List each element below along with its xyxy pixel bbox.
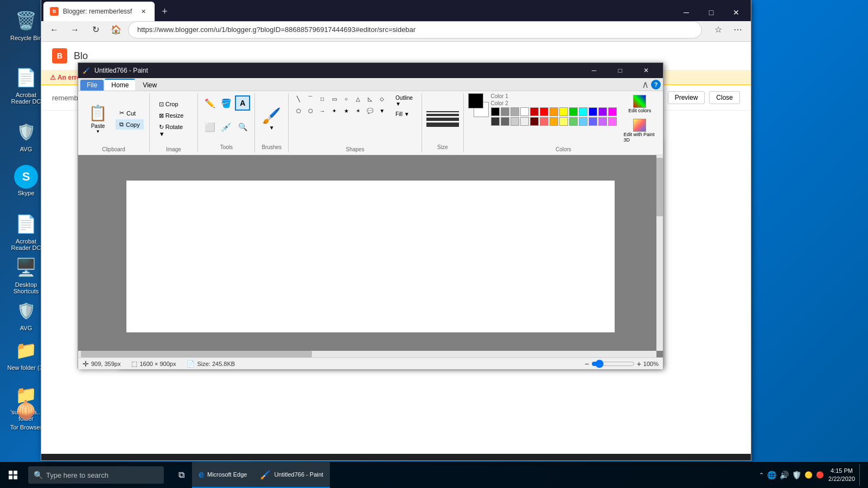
swatch-amber[interactable] [550, 117, 558, 126]
shape-star5[interactable]: ★ [341, 105, 352, 116]
swatch-lightblue[interactable] [579, 117, 588, 126]
new-tab-button[interactable]: + [155, 2, 174, 21]
swatch-black[interactable] [491, 107, 500, 116]
paint-vscrollbar[interactable] [656, 155, 663, 351]
shape-hexa[interactable]: ⬡ [305, 105, 316, 116]
swatch-orange[interactable] [550, 107, 558, 116]
tray-network-icon[interactable]: 🌐 [767, 471, 776, 479]
swatch-pink[interactable] [540, 117, 548, 126]
swatch-gray1[interactable] [501, 107, 509, 116]
help-btn[interactable]: ? [651, 80, 661, 89]
brushes-btn[interactable]: 🖌️ ▼ [262, 107, 281, 131]
blogger-tab-close[interactable]: ✕ [138, 7, 148, 16]
shape-right-tri[interactable]: ◺ [365, 93, 375, 104]
outline-btn[interactable]: Outline ▼ [392, 93, 417, 108]
color1-swatch[interactable] [468, 93, 483, 108]
swatch-red[interactable] [540, 107, 548, 116]
taskbar-app-paint[interactable]: 🖌️ Untitled766 - Paint [253, 462, 330, 488]
paint-minimize-btn[interactable]: ─ [582, 62, 607, 79]
swatch-darkgray[interactable] [491, 117, 500, 126]
home-button-bg[interactable]: 🏠 [107, 21, 125, 38]
more-button-bg[interactable]: ⋯ [729, 21, 746, 38]
swatch-nearwhite[interactable] [520, 117, 529, 126]
fill-shapes-btn[interactable]: Fill ▼ [392, 110, 417, 119]
size-1[interactable] [426, 111, 459, 112]
view-tab[interactable]: View [136, 80, 163, 91]
resize-btn[interactable]: ⊠ Resize [154, 111, 194, 121]
ribbon-collapse-btn[interactable]: ∧ [642, 79, 649, 91]
eraser-btn[interactable]: ⬜ [202, 119, 218, 134]
shape-more[interactable]: ▼ [376, 105, 387, 116]
colorpick-btn[interactable]: 💉 [219, 119, 234, 134]
paint-close-btn[interactable]: ✕ [634, 62, 659, 79]
swatch-gray2[interactable] [510, 107, 519, 116]
swatch-lightgray[interactable] [510, 117, 519, 126]
shape-diamond[interactable]: ◇ [376, 93, 387, 104]
size-selector[interactable] [426, 111, 459, 127]
tray-volume-icon[interactable]: 🔊 [780, 471, 789, 479]
swatch-midgray[interactable] [501, 117, 509, 126]
taskbar-search-box[interactable]: 🔍 [28, 466, 164, 484]
swatch-lightgreen[interactable] [569, 117, 578, 126]
rotate-btn[interactable]: ↻ Rotate ▼ [154, 122, 194, 139]
shape-rounded-rect[interactable]: ▭ [329, 93, 340, 104]
size-2[interactable] [426, 114, 459, 116]
paste-btn[interactable]: 📋 Paste ▼ [82, 93, 113, 144]
close-button-browser-bg[interactable]: ✕ [724, 4, 749, 21]
paint-hscroll-thumb[interactable] [81, 351, 312, 357]
zoom-out-btn[interactable]: − [584, 359, 589, 368]
taskbar-app-edge[interactable]: e Microsoft Edge [192, 462, 253, 488]
crop-btn[interactable]: ⊡ Crop [154, 99, 194, 110]
minimize-button-browser-bg[interactable]: ─ [674, 4, 699, 21]
paint-vscroll-thumb[interactable] [656, 158, 663, 216]
paint-maximize-btn[interactable]: □ [608, 62, 633, 79]
shape-curve[interactable]: ⌒ [305, 93, 316, 104]
close-button-blogger[interactable]: Close [709, 91, 740, 104]
zoom-in-btn[interactable]: + [637, 359, 641, 368]
start-button[interactable] [0, 462, 26, 488]
shape-callout[interactable]: 💬 [365, 105, 375, 116]
shape-tri[interactable]: △ [353, 93, 363, 104]
zoom-slider[interactable] [591, 359, 635, 368]
swatch-white[interactable] [520, 107, 529, 116]
size-4[interactable] [426, 123, 459, 127]
swatch-yellow[interactable] [559, 107, 568, 116]
fill-btn[interactable]: 🪣 [219, 95, 234, 111]
desktop-btn[interactable] [859, 464, 864, 486]
file-tab[interactable]: File [80, 80, 104, 91]
paint-hscrollbar[interactable] [78, 351, 656, 357]
swatch-magenta[interactable] [608, 107, 617, 116]
shape-star4[interactable]: ✦ [329, 105, 340, 116]
blogger-tab[interactable]: B Blogger: rememberlessf ✕ [43, 2, 155, 21]
swatch-lightyellow[interactable] [559, 117, 568, 126]
favorites-button-bg[interactable]: ☆ [710, 21, 727, 38]
taskbar-clock[interactable]: 4:15 PM 2/22/2020 [828, 467, 855, 484]
swatch-lightmagenta[interactable] [608, 117, 617, 126]
shape-rect[interactable]: □ [317, 93, 328, 104]
swatch-indigo[interactable] [589, 117, 597, 126]
tray-arrow[interactable]: ⌃ [759, 472, 764, 479]
forward-button-bg[interactable]: → [66, 21, 84, 38]
edit-colors-btn[interactable]: Edit colors [621, 93, 659, 115]
search-input[interactable] [46, 471, 158, 479]
shape-arrow[interactable]: → [317, 105, 328, 116]
cut-btn[interactable]: ✂ Cut [116, 108, 144, 118]
zoom-btn[interactable]: 🔍 [235, 119, 250, 134]
size-3[interactable] [426, 118, 459, 121]
swatch-darkred[interactable] [530, 107, 539, 116]
shape-penta[interactable]: ⬠ [293, 105, 304, 116]
shape-star6[interactable]: ✶ [353, 105, 363, 116]
maximize-button-browser-bg[interactable]: □ [699, 4, 724, 21]
back-button-bg[interactable]: ← [46, 21, 63, 38]
shape-ellipse[interactable]: ○ [341, 93, 352, 104]
swatch-violet[interactable] [598, 117, 607, 126]
swatch-purple[interactable] [598, 107, 607, 116]
swatch-maroon[interactable] [530, 117, 539, 126]
paint-canvas[interactable] [126, 181, 615, 332]
url-bar-bg[interactable]: https://www.blogger.com/u/1/blogger.g?bl… [128, 21, 702, 38]
swatch-blue[interactable] [589, 107, 597, 116]
edit-paint3d-btn[interactable]: Edit with Paint 3D [621, 117, 659, 144]
copy-btn[interactable]: ⧉ Copy [116, 119, 144, 130]
preview-button[interactable]: Preview [668, 91, 705, 104]
pencil-btn[interactable]: ✏️ [202, 95, 218, 111]
